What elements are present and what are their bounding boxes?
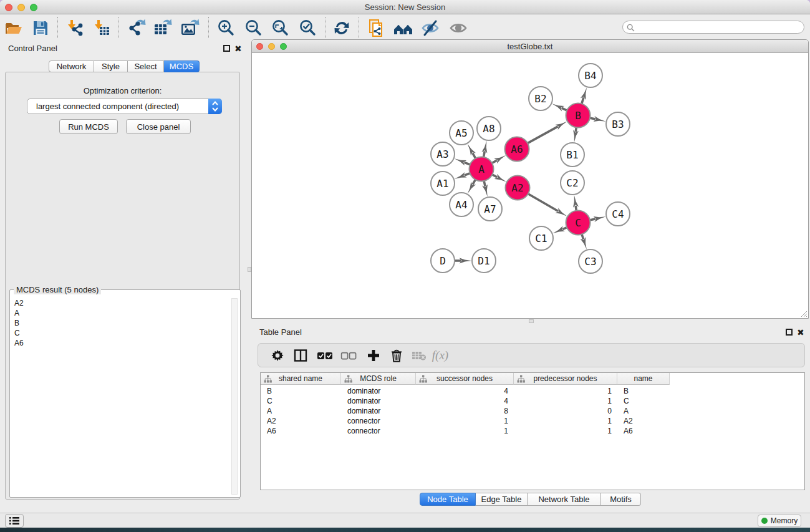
column-header-successor-nodes[interactable]: successor nodes — [416, 373, 514, 385]
mcds-result-list[interactable]: A2ABCA6 — [11, 298, 231, 495]
graph-edge-B-B2[interactable] — [562, 108, 567, 110]
open-session-icon[interactable] — [3, 17, 24, 39]
float-panel-icon[interactable] — [223, 45, 230, 52]
horizontal-splitter-handle[interactable] — [529, 319, 534, 323]
split-view-icon[interactable] — [291, 346, 310, 365]
zoom-out-icon[interactable] — [243, 17, 264, 39]
graph-edge-A-A3[interactable] — [465, 162, 470, 164]
column-header-name[interactable]: name — [617, 373, 670, 385]
mcds-result-item[interactable]: C — [11, 328, 231, 338]
network-canvas[interactable]: B4B2BB3B1A5A8A6A3AA1A2C2A4A7C4CC1C3DD1 — [252, 54, 808, 318]
graph-edge-C-C2[interactable] — [576, 206, 576, 211]
graph-edge-A-A8[interactable] — [484, 151, 485, 157]
graph-edge-A-A5[interactable] — [473, 153, 475, 158]
mcds-result-item[interactable]: A2 — [11, 298, 231, 308]
deselect-checks-icon[interactable] — [339, 346, 358, 365]
delete-table-icon[interactable] — [410, 346, 428, 365]
add-row-icon[interactable] — [364, 346, 383, 365]
close-panel-button[interactable]: Close panel — [126, 119, 191, 134]
function-builder-icon[interactable]: f(x) — [431, 346, 450, 365]
graph-node-D1[interactable]: D1 — [472, 249, 496, 273]
graph-node-B3[interactable]: B3 — [606, 112, 630, 136]
zoom-selected-icon[interactable] — [297, 17, 318, 39]
graph-node-B1[interactable]: B1 — [561, 143, 584, 167]
show-all-icon[interactable] — [448, 17, 469, 39]
graph-node-B[interactable]: B — [566, 104, 591, 128]
table-row[interactable]: Cdominator41C — [261, 396, 804, 406]
graph-edge-B-B4[interactable] — [582, 97, 584, 104]
mcds-result-item[interactable]: A6 — [11, 338, 231, 348]
save-session-icon[interactable] — [30, 17, 51, 39]
graph-edge-A-A2[interactable] — [493, 175, 497, 177]
graph-node-C[interactable]: C — [566, 211, 591, 235]
table-row[interactable]: Bdominator41B — [261, 386, 804, 396]
column-header-MCDS-role[interactable]: MCDS role — [341, 373, 416, 385]
table-row[interactable]: A6connector11A6 — [261, 426, 804, 436]
refresh-icon[interactable] — [331, 17, 352, 39]
graph-edge-A2-C[interactable] — [528, 194, 558, 211]
tab-edge-table[interactable]: Edge Table — [476, 493, 528, 506]
import-network-icon[interactable] — [64, 17, 85, 39]
export-table-icon[interactable] — [152, 17, 173, 39]
tab-node-table[interactable]: Node Table — [420, 493, 476, 506]
graph-node-A7[interactable]: A7 — [478, 197, 502, 221]
graph-node-A5[interactable]: A5 — [450, 121, 473, 145]
graph-node-A1[interactable]: A1 — [431, 172, 455, 195]
mcds-result-scrollbar[interactable] — [231, 298, 238, 495]
graph-edge-A6-B[interactable] — [528, 127, 558, 143]
criterion-dropdown[interactable]: largest connected component (directed) — [27, 99, 222, 114]
table-float-icon[interactable] — [786, 329, 793, 336]
tab-motifs[interactable]: Motifs — [601, 493, 641, 506]
graph-node-C1[interactable]: C1 — [529, 226, 553, 250]
table-close-icon[interactable]: ✖ — [797, 329, 804, 336]
mcds-result-item[interactable]: B — [11, 318, 231, 328]
column-header-shared-name[interactable]: shared name — [261, 373, 341, 385]
graph-edge-A-A1[interactable] — [465, 173, 470, 175]
memory-button[interactable]: Memory — [758, 515, 801, 527]
graph-node-A6[interactable]: A6 — [505, 137, 529, 162]
graph-edge-A-A4[interactable] — [473, 180, 475, 184]
delete-icon[interactable] — [387, 346, 406, 365]
tab-network-table[interactable]: Network Table — [528, 493, 601, 506]
graph-node-D[interactable]: D — [431, 249, 455, 273]
import-table-icon[interactable] — [91, 17, 112, 39]
graph-node-A4[interactable]: A4 — [450, 193, 473, 216]
graph-node-B2[interactable]: B2 — [529, 87, 552, 110]
duplicate-network-icon[interactable] — [366, 17, 387, 39]
graph-edge-C-C4[interactable] — [591, 219, 595, 220]
tab-style[interactable]: Style — [94, 60, 128, 72]
zoom-fit-icon[interactable] — [269, 17, 291, 39]
graph-edge-C-C1[interactable] — [562, 228, 567, 230]
select-all-checks-icon[interactable] — [316, 346, 334, 365]
search-input[interactable] — [622, 21, 804, 34]
graph-node-A2[interactable]: A2 — [506, 176, 530, 200]
table-settings-icon[interactable] — [268, 346, 287, 365]
column-header-predecessor-nodes[interactable]: predecessor nodes — [514, 373, 617, 385]
graph-edge-C-C3[interactable] — [582, 235, 584, 239]
table-row[interactable]: Adominator80A — [261, 406, 804, 416]
graph-node-B4[interactable]: B4 — [579, 64, 602, 87]
graph-edge-A-A6[interactable] — [492, 160, 496, 163]
graph-node-C2[interactable]: C2 — [561, 171, 584, 195]
graph-node-A8[interactable]: A8 — [477, 117, 501, 140]
tab-network[interactable]: Network — [49, 60, 94, 72]
export-network-icon[interactable] — [127, 17, 148, 39]
close-panel-icon[interactable]: ✖ — [234, 46, 242, 52]
first-neighbors-icon[interactable] — [393, 17, 414, 39]
mcds-result-item[interactable]: A — [11, 308, 231, 318]
tab-select[interactable]: Select — [128, 60, 164, 72]
window-resize-grip[interactable] — [801, 311, 808, 317]
run-mcds-button[interactable]: Run MCDS — [59, 119, 118, 134]
graph-edge-B-B1[interactable] — [576, 128, 576, 132]
table-row[interactable]: A2connector11A2 — [261, 416, 804, 426]
export-image-icon[interactable] — [180, 17, 201, 39]
zoom-in-icon[interactable] — [215, 17, 236, 39]
graph-node-C4[interactable]: C4 — [606, 202, 630, 226]
graph-node-A[interactable]: A — [470, 157, 494, 181]
task-history-button[interactable] — [5, 514, 24, 528]
graph-edge-A-A7[interactable] — [484, 181, 485, 186]
tab-mcds[interactable]: MCDS — [164, 60, 200, 72]
graph-node-A3[interactable]: A3 — [431, 142, 455, 166]
graph-edge-B-B3[interactable] — [591, 118, 595, 119]
graph-node-C3[interactable]: C3 — [579, 249, 602, 273]
